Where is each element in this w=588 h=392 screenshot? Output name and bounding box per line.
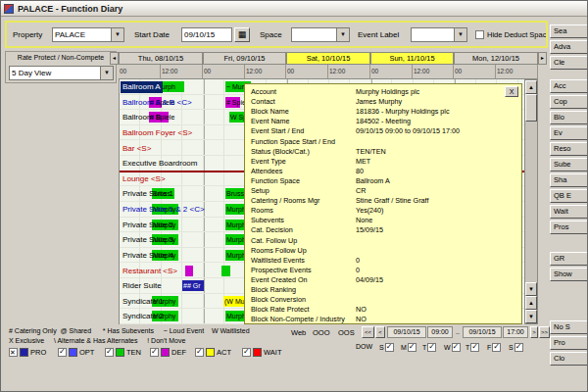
close-button[interactable]: Clo <box>550 352 588 366</box>
dow-checkbox[interactable] <box>385 343 394 352</box>
day-header-thu[interactable]: Thu, 08/10/15 <box>119 52 203 65</box>
account-button[interactable]: Acc <box>550 79 588 93</box>
dow-checkbox[interactable] <box>452 343 461 352</box>
room-label-executive-boardroom[interactable]: Executive Boardroom <box>121 158 199 170</box>
room-label-restaurant[interactable]: Restaurant <S> <box>121 266 179 277</box>
dow-checkbox[interactable] <box>492 343 501 352</box>
dow-toggle-wed[interactable]: W <box>444 343 461 352</box>
chevron-down-icon[interactable]: ▼ <box>111 28 123 41</box>
start-date-input[interactable] <box>181 27 232 42</box>
status-checkbox-pro[interactable] <box>9 348 18 357</box>
room-label-private-suite-4[interactable]: Private Suite 4 <box>121 250 175 262</box>
room-label-syndicate-2[interactable]: Syndicate 2 <box>121 311 166 322</box>
event-bar[interactable]: Murph <box>225 234 244 245</box>
day-header-sun[interactable]: Sun, 11/10/15 <box>370 52 454 65</box>
advanced-button[interactable]: Adva <box>550 40 588 54</box>
status-filter-wait[interactable]: WAIT <box>242 347 281 358</box>
dow-toggle-sat[interactable]: S <box>509 343 523 352</box>
page-down-icon[interactable]: ▼ <box>525 310 537 323</box>
room-label-ballroom-a[interactable]: Ballroom A <box>121 81 163 93</box>
status-checkbox-opt[interactable] <box>58 348 67 357</box>
status-checkbox-act[interactable] <box>195 348 204 357</box>
calendar-icon[interactable]: ▦ <box>234 27 250 42</box>
event-bar[interactable]: Murph <box>225 220 244 230</box>
dow-toggle-mon[interactable]: M <box>401 343 416 352</box>
copy-button[interactable]: Cop <box>550 95 588 109</box>
dow-checkbox[interactable] <box>408 343 416 352</box>
dow-checkbox[interactable] <box>470 343 479 352</box>
show-button[interactable]: Show <box>550 268 588 281</box>
chevron-down-icon[interactable]: ▼ <box>100 67 113 79</box>
room-label-private-suite-2[interactable]: Private Suite 2 <box>121 220 175 231</box>
qb-event-button[interactable]: QB E <box>550 189 588 203</box>
room-label-syndicate-1[interactable]: Syndicate 1 <box>121 296 166 308</box>
event-bar[interactable] <box>185 266 193 276</box>
hide-deduct-checkbox[interactable] <box>475 30 484 39</box>
dow-toggle-sun[interactable]: S <box>379 343 394 352</box>
vertical-scrollbar[interactable]: ▲ ▼ ▲ ▼ <box>524 79 538 324</box>
day-header-sat[interactable]: Sat, 10/10/15 <box>286 52 370 65</box>
block-button[interactable]: Blo <box>550 111 588 124</box>
dow-checkbox[interactable] <box>427 343 436 352</box>
status-filter-ten[interactable]: TEN <box>105 347 141 358</box>
chevron-down-icon[interactable]: ▼ <box>454 28 466 41</box>
room-label-private-suite-3[interactable]: Private Suite 3 <box>121 234 175 246</box>
share-button[interactable]: Sha <box>550 173 588 187</box>
event-bar[interactable]: ## Gr <box>182 280 204 291</box>
room-label-bar[interactable]: Bar <S> <box>121 143 153 155</box>
nav-prev-button[interactable]: < <box>375 326 385 338</box>
day-header-fri[interactable]: Fri, 09/10/15 <box>203 52 286 65</box>
dow-toggle-fri[interactable]: F <box>487 343 501 352</box>
nav-last-button[interactable]: >> <box>539 326 550 338</box>
scroll-up-icon[interactable]: ▲ <box>525 80 537 94</box>
event-bar[interactable]: Murph <box>225 311 244 321</box>
space-combo[interactable]: ▼ <box>291 27 350 42</box>
close-icon[interactable]: X <box>505 86 518 97</box>
nav-next-button[interactable]: > <box>530 326 538 338</box>
pro-button[interactable]: Pro <box>550 336 588 350</box>
event-bar[interactable] <box>221 266 230 276</box>
resource-button[interactable]: Reso <box>550 142 588 156</box>
event-bar[interactable]: W Spie <box>229 112 244 122</box>
dow-toggle-tue[interactable]: T <box>422 343 436 352</box>
status-filter-pro[interactable]: PRO <box>9 347 46 358</box>
next-day-button[interactable]: ► <box>538 52 547 65</box>
view-combo[interactable]: 5 Day View ▼ <box>9 66 114 80</box>
room-label-ballroom-a-b[interactable]: Ballroom A & B <C> <box>121 97 194 109</box>
gr-button[interactable]: GR <box>550 252 588 266</box>
room-label-ballroom-foyer[interactable]: Ballroom Foyer <S> <box>121 127 194 139</box>
room-label-private-suite-1[interactable]: Private Suite 1 <box>121 188 175 200</box>
dow-checkbox[interactable] <box>514 343 523 352</box>
clear-button[interactable]: Cle <box>550 56 588 70</box>
event-bar[interactable]: # Spie <box>225 97 240 108</box>
nav-first-button[interactable]: << <box>362 326 374 338</box>
event-label-combo[interactable]: ▼ <box>411 27 467 42</box>
room-label-lounge[interactable]: Lounge <S> <box>121 173 168 185</box>
status-checkbox-ten[interactable] <box>105 348 114 357</box>
event-bar[interactable]: Murph <box>225 250 244 261</box>
prospect-button[interactable]: Pros <box>550 220 588 234</box>
room-label-rider-suite[interactable]: Rider Suite <box>121 280 164 292</box>
dow-toggle-thu[interactable]: T <box>466 343 479 352</box>
status-filter-def[interactable]: DEF <box>150 347 186 358</box>
no-show-button[interactable]: No S <box>550 320 588 334</box>
event-bar[interactable]: Bruss <box>225 188 244 199</box>
status-checkbox-wait[interactable] <box>242 348 251 357</box>
search-button[interactable]: Sea <box>550 24 588 38</box>
event-bar[interactable]: Murph <box>225 204 244 215</box>
status-filter-opt[interactable]: OPT <box>58 347 94 358</box>
prev-day-button[interactable]: ◄ <box>110 52 119 65</box>
status-filter-act[interactable]: ACT <box>195 347 231 358</box>
waitlist-button[interactable]: Wait <box>550 205 588 219</box>
room-label-private-suite-1-2[interactable]: Private Suite 1 & 2 <C> <box>121 204 207 216</box>
subevent-button[interactable]: Sube <box>550 158 588 172</box>
chevron-down-icon[interactable]: ▼ <box>336 28 349 41</box>
page-up-icon[interactable]: ▲ <box>525 296 537 310</box>
scrollbar-thumb[interactable] <box>525 94 537 122</box>
status-checkbox-def[interactable] <box>150 348 159 357</box>
day-header-mon[interactable]: Mon, 12/10/15 <box>454 52 538 65</box>
event-button[interactable]: Ev <box>550 126 588 140</box>
scroll-down-icon[interactable]: ▼ <box>525 282 537 296</box>
property-combo[interactable]: PALACE ▼ <box>52 27 124 42</box>
room-label-ballroom-b[interactable]: Ballroom B <box>121 112 163 123</box>
